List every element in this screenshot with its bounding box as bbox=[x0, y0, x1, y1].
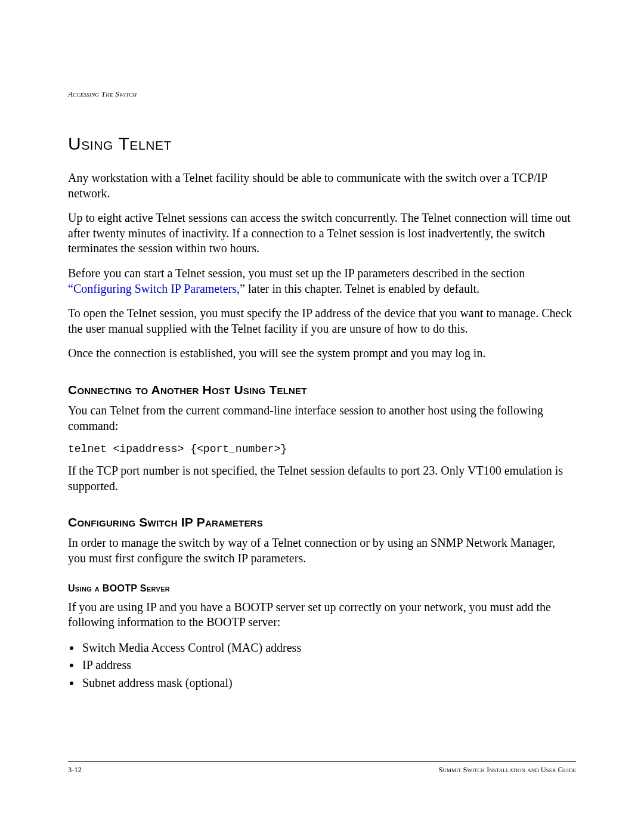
document-page: Accessing The Switch Using Telnet Any wo… bbox=[0, 0, 644, 833]
heading-using-bootp-server: Using a BOOTP Server bbox=[68, 583, 576, 594]
list-item: Subnet address mask (optional) bbox=[81, 675, 576, 692]
list-item: IP address bbox=[81, 657, 576, 674]
heading-using-telnet: Using Telnet bbox=[68, 134, 576, 154]
body-paragraph: If you are using IP and you have a BOOTP… bbox=[68, 600, 576, 630]
bullet-list: Switch Media Access Control (MAC) addres… bbox=[68, 640, 576, 692]
text-span: Before you can start a Telnet session, y… bbox=[68, 267, 525, 280]
body-paragraph: Any workstation with a Telnet facility s… bbox=[68, 171, 576, 201]
code-block: telnet <ipaddress> {<port_number>} bbox=[68, 443, 576, 455]
running-header: Accessing The Switch bbox=[68, 89, 576, 99]
body-paragraph: In order to manage the switch by way of … bbox=[68, 535, 576, 566]
body-paragraph: Once the connection is established, you … bbox=[68, 346, 576, 361]
body-paragraph: Up to eight active Telnet sessions can a… bbox=[68, 210, 576, 256]
list-item: Switch Media Access Control (MAC) addres… bbox=[81, 640, 576, 657]
link-configuring-switch-ip-parameters[interactable]: “Configuring Switch IP Parameters, bbox=[68, 282, 240, 295]
body-paragraph: If the TCP port number is not specified,… bbox=[68, 463, 576, 494]
heading-configuring-switch-ip: Configuring Switch IP Parameters bbox=[68, 515, 576, 529]
body-paragraph: You can Telnet from the current command-… bbox=[68, 403, 576, 433]
text-span: ” later in this chapter. Telnet is enabl… bbox=[240, 282, 479, 295]
heading-connecting-another-host: Connecting to Another Host Using Telnet bbox=[68, 383, 576, 397]
page-number: 3-12 bbox=[68, 766, 82, 775]
body-paragraph: Before you can start a Telnet session, y… bbox=[68, 266, 576, 296]
body-paragraph: To open the Telnet session, you must spe… bbox=[68, 306, 576, 336]
guide-title: Summit Switch Installation and User Guid… bbox=[438, 766, 576, 775]
page-footer: 3-12 Summit Switch Installation and User… bbox=[68, 761, 576, 775]
